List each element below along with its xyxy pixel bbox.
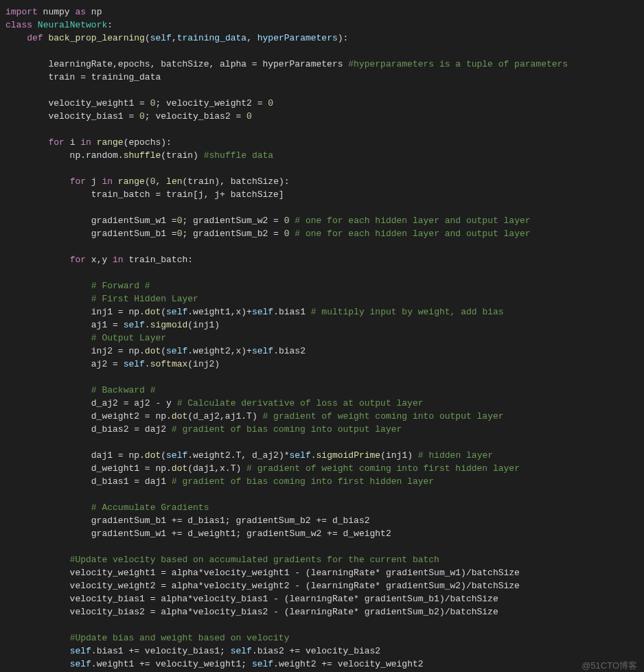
code-token: # gradient of bias coming into first hid… [172,476,434,487]
code-token: range [118,176,145,187]
code-token: dot [145,346,161,356]
code-line: velocity_bias1 = alpha*velocity_bias1 - … [5,594,498,604]
code-token: # Backward # [91,385,156,395]
code-token: velocity_bias2 = alpha*velocity_bias2 - … [5,607,498,617]
code-block: import numpy as np class NeuralNetwork: … [5,5,639,671]
code-token [5,633,70,643]
code-token: range [97,137,124,148]
code-token: ): [279,176,290,187]
code-token: sigmoidPrime [317,450,381,461]
code-token: self [252,659,273,669]
code-token: self [290,450,311,461]
code-token: .bias2 [273,346,306,356]
code-token: .bias2 += velocity_bias2 [252,646,380,656]
code-token: #Update bias and weight based on velocit… [70,633,290,643]
code-token [5,502,91,513]
code-token: in [102,176,113,187]
code-token: d_weight1 = np. [5,463,172,474]
code-token: # one for each hidden layer and output l… [295,229,530,239]
code-token: ) [235,463,246,474]
code-token: train = training_data [5,72,161,82]
code-token: def [27,33,43,43]
code-token: daj1 = np. [5,450,145,461]
code-token: j [86,176,102,187]
code-token: 0 [150,176,156,187]
code-line: # First Hidden Layer [5,294,198,304]
code-token: : [107,20,113,30]
code-token: inj1 [193,320,214,330]
code-line: velocity_weight1 = alpha*velocity_weight… [5,568,520,578]
code-token: sigmoid [150,320,188,330]
code-token: gradientSum_b1 = [5,229,177,239]
code-token: .bias1 [273,307,311,317]
code-token: # one for each hidden layer and output l… [295,216,530,226]
code-token: d_bias1 = daj1 [5,476,172,487]
code-line: # Forward # [5,281,150,291]
code-token: ( [161,150,166,161]
code-token: .weight2 += velocity_weight2 [273,659,423,669]
code-line: d_bias1 = daj1 # gradient of bias coming… [5,476,434,487]
code-token: ; gradientSum_w2 = [182,216,284,226]
code-token: epochs [128,137,161,148]
code-token: ( [161,346,166,356]
code-token: class [5,20,32,30]
code-token [5,385,91,395]
code-token: ( [187,320,193,330]
code-line: d_aj2 = aj2 - y # Calculate derivative o… [5,398,424,408]
code-token: ( [161,450,166,461]
code-token: d_bias2 = daj2 [5,424,172,435]
code-token [5,555,70,565]
code-line: train = training_data [5,72,161,82]
code-token: as [75,7,86,17]
code-token: # Output Layer [91,333,166,343]
code-token: ( [145,176,150,187]
code-line: np.random.shuffle(train) #shuffle data [5,150,273,161]
code-token: . [311,450,317,461]
code-token: inj2 = np. [5,346,145,356]
code-token: ) [193,150,204,161]
code-token: train [166,150,193,161]
code-line: gradientSum_w1 += d_weight1; gradientSum… [5,529,391,539]
code-token: ) [214,359,220,369]
code-token: softmax [150,359,188,369]
code-token: , [246,33,257,43]
code-token: d_weight2 = np. [5,411,172,421]
code-line: #Update bias and weight based on velocit… [5,633,289,643]
code-token: , [156,176,167,187]
code-line: for j in range(0, len(train), batchSize)… [5,176,290,187]
code-token: dot [172,463,187,474]
code-token: aj2 = [5,359,124,369]
code-line: self.weight1 += velocity_weight1; self.w… [5,659,424,669]
code-token: dot [145,450,161,461]
code-token: ( [161,307,166,317]
code-line: velocity_weight2 = alpha*velocity_weight… [5,581,520,591]
code-token: dot [145,307,161,317]
code-token [5,281,91,291]
code-token: self [70,659,91,669]
code-token: np [86,7,102,17]
code-token: in [80,137,91,148]
code-line: self.bias1 += velocity_bias1; self.bias2… [5,646,380,656]
code-token: velocity_bias1 = alpha*velocity_bias1 - … [5,594,498,604]
code-token [5,33,27,43]
code-token [5,333,91,343]
code-token: , [172,33,177,43]
code-line: #Update velocity based on accumulated gr… [5,555,439,565]
code-token: np.random. [5,150,124,161]
code-token: self [231,646,252,656]
code-token [113,176,118,187]
code-token: inj1 = np. [5,307,145,317]
code-token: ( [145,33,150,43]
code-token: self [166,346,187,356]
code-token: ( [380,450,386,461]
code-token: train [187,176,214,187]
code-token: # Accumulate Gradients [91,502,209,513]
watermark-text: @51CTO博客 [582,659,637,672]
code-token: ( [187,359,193,369]
code-token: for [70,176,86,187]
code-token: for [70,255,86,265]
code-line: learningRate,epochs, batchSize, alpha = … [5,59,568,69]
code-token: ) [407,450,418,461]
code-token [5,294,91,304]
code-line: daj1 = np.dot(self.weight2.T, d_aj2)*sel… [5,450,493,461]
